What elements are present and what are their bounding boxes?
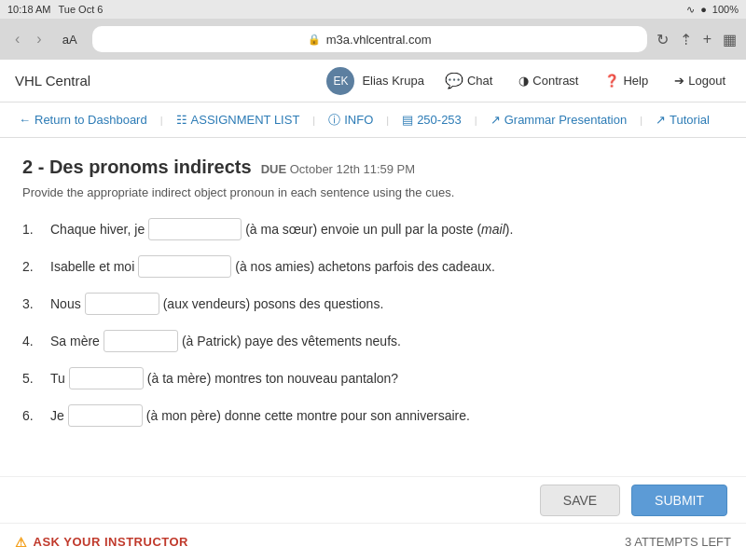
exercise-item: 6.Je (à mon père) donne cette montre pou… (22, 404, 724, 427)
attempts-left: 3 ATTEMPTS LEFT (625, 535, 731, 549)
page-link[interactable]: ▤ 250-253 (394, 109, 469, 130)
answer-input-4[interactable] (104, 330, 178, 352)
item-text: Tu (à ta mère) montres ton nouveau panta… (50, 367, 398, 389)
item-prefix: Chaque hiver, je (50, 222, 145, 237)
reload-button[interactable]: ↻ (656, 31, 669, 48)
logout-button[interactable]: ➔ Logout (669, 70, 731, 91)
info-icon: ⓘ (328, 112, 340, 129)
wifi-icon: ∿ (686, 4, 695, 16)
assignment-list-link[interactable]: ☷ ASSIGNMENT LIST (169, 109, 308, 130)
item-number: 4. (22, 334, 45, 348)
submit-button[interactable]: SUBMIT (631, 485, 727, 516)
exercise-list: 1.Chaque hiver, je (à ma sœur) envoie un… (22, 218, 724, 427)
instructions: Provide the appropriate indirect object … (22, 185, 724, 199)
browser-bar: ‹ › aA 🔒 m3a.vhlcentral.com ↻ ⇡ + ▦ (0, 19, 746, 60)
item-suffix: (à ma sœur) envoie un pull par la poste … (245, 222, 513, 237)
item-text: Sa mère (à Patrick) paye des vêtements n… (50, 330, 401, 352)
back-button[interactable]: ‹ (9, 29, 25, 49)
main-content: 2 - Des pronoms indirects DUE October 12… (0, 138, 746, 476)
answer-input-2[interactable] (138, 255, 231, 278)
logout-icon: ➔ (674, 74, 684, 88)
item-prefix: Tu (50, 371, 65, 386)
item-number: 6. (22, 408, 45, 423)
tabs-button[interactable]: ▦ (723, 31, 737, 48)
ask-instructor-button[interactable]: ⚠ ASK YOUR INSTRUCTOR (15, 535, 188, 550)
url-text: m3a.vhlcentral.com (326, 33, 432, 47)
item-number: 1. (22, 222, 45, 237)
avatar: EK (326, 67, 354, 95)
status-bar: 10:18 AM Tue Oct 6 ∿ ● 100% (0, 0, 746, 19)
address-bar[interactable]: 🔒 m3a.vhlcentral.com (92, 26, 647, 52)
header-actions: EK Elias Krupa 💬 Chat ◑ Contrast ❓ Help … (326, 67, 731, 95)
page-icon: ▤ (402, 113, 413, 127)
due-info: DUE October 12th 11:59 PM (261, 162, 416, 176)
lock-icon: 🔒 (308, 34, 321, 46)
time-display: 10:18 AM (7, 4, 50, 15)
return-dashboard-link[interactable]: ← Return to Dashboard (11, 109, 155, 130)
user-name: Elias Krupa (362, 74, 423, 88)
item-text: Chaque hiver, je (à ma sœur) envoie un p… (50, 218, 513, 240)
exercise-item: 3.Nous (aux vendeurs) posons des questio… (22, 293, 724, 315)
arrow-left-icon: ← (19, 113, 31, 127)
tutorial-icon: ↗ (656, 113, 666, 127)
forward-button[interactable]: › (31, 29, 47, 49)
assignment-number-title: 2 - Des pronoms indirects (22, 157, 252, 178)
item-number: 5. (22, 371, 45, 386)
item-suffix: (à mon père) donne cette montre pour son… (146, 408, 470, 423)
item-number: 3. (22, 296, 45, 311)
warning-icon: ⚠ (15, 535, 28, 550)
assignment-title: 2 - Des pronoms indirects DUE October 12… (22, 157, 724, 178)
signal-icon: ● (700, 4, 707, 15)
answer-input-6[interactable] (68, 404, 143, 427)
item-prefix: Je (50, 408, 64, 423)
list-icon: ☷ (176, 113, 187, 127)
user-info: EK Elias Krupa (326, 67, 423, 95)
exercise-item: 5.Tu (à ta mère) montres ton nouveau pan… (22, 367, 724, 389)
info-link[interactable]: ⓘ INFO (321, 108, 380, 132)
help-icon: ❓ (604, 74, 619, 88)
exercise-item: 2.Isabelle et moi (à nos amies) achetons… (22, 255, 724, 278)
bottom-bar: ⚠ ASK YOUR INSTRUCTOR 3 ATTEMPTS LEFT (0, 523, 746, 560)
battery-display: 100% (712, 4, 739, 15)
date-display: Tue Oct 6 (58, 4, 103, 15)
item-text: Isabelle et moi (à nos amies) achetons p… (50, 255, 495, 278)
item-text: Je (à mon père) donne cette montre pour … (50, 404, 470, 427)
nav-bar: ← Return to Dashboard | ☷ ASSIGNMENT LIS… (0, 102, 746, 138)
share-button[interactable]: ⇡ (680, 31, 692, 48)
item-prefix: Nous (50, 296, 81, 311)
tutorial-link[interactable]: ↗ Tutorial (648, 109, 717, 130)
chat-icon: 💬 (445, 72, 463, 89)
item-suffix: (aux vendeurs) posons des questions. (163, 296, 384, 311)
contrast-icon: ◑ (518, 74, 529, 88)
answer-input-1[interactable] (148, 218, 242, 240)
item-suffix: (à ta mère) montres ton nouveau pantalon… (147, 371, 398, 386)
reader-button[interactable]: aA (57, 31, 83, 48)
exercise-item: 4.Sa mère (à Patrick) paye des vêtements… (22, 330, 724, 352)
grammar-icon: ↗ (490, 113, 501, 127)
item-text: Nous (aux vendeurs) posons des questions… (50, 293, 383, 315)
app-title: VHL Central (15, 73, 90, 89)
add-tab-button[interactable]: + (703, 31, 711, 48)
answer-input-3[interactable] (85, 293, 159, 315)
grammar-link[interactable]: ↗ Grammar Presentation (483, 109, 635, 130)
footer-bar: SAVE SUBMIT (0, 476, 746, 523)
help-button[interactable]: ❓ Help (599, 70, 654, 91)
item-suffix: (à nos amies) achetons parfois des cadea… (235, 259, 495, 274)
chat-button[interactable]: 💬 Chat (439, 68, 498, 93)
app-header: VHL Central EK Elias Krupa 💬 Chat ◑ Cont… (0, 60, 746, 102)
item-number: 2. (22, 259, 45, 274)
item-suffix: (à Patrick) paye des vêtements neufs. (182, 334, 401, 348)
answer-input-5[interactable] (69, 367, 144, 389)
item-prefix: Sa mère (50, 334, 100, 348)
item-prefix: Isabelle et moi (50, 259, 134, 274)
contrast-button[interactable]: ◑ Contrast (513, 70, 584, 91)
save-button[interactable]: SAVE (540, 485, 620, 516)
exercise-item: 1.Chaque hiver, je (à ma sœur) envoie un… (22, 218, 724, 240)
